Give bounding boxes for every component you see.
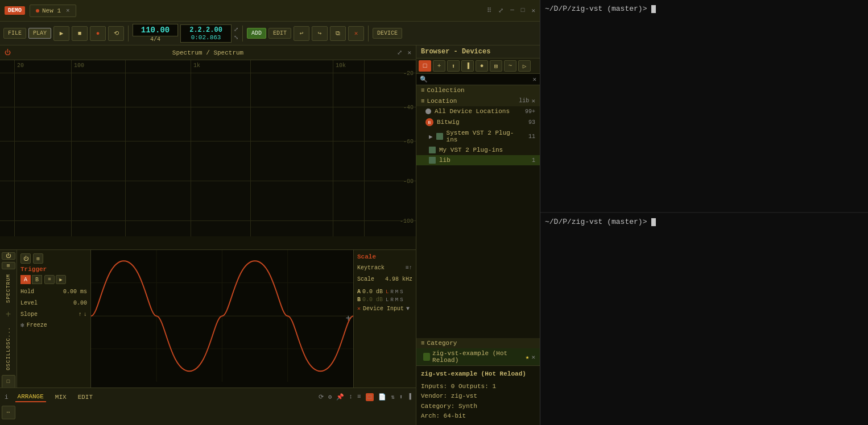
status-icon-1[interactable]: ⟳ bbox=[319, 393, 324, 401]
search-icon: 🔍 bbox=[420, 76, 428, 83]
sync-icon-bottom[interactable]: ⤡ bbox=[234, 34, 238, 41]
window-menu-icon[interactable]: ⠿ bbox=[487, 7, 491, 14]
freeze-label[interactable]: Freeze bbox=[27, 322, 47, 328]
redo-button[interactable]: ↪ bbox=[312, 26, 328, 41]
status-icon-5[interactable]: ≡ bbox=[357, 393, 361, 401]
bitwig-item[interactable]: B Bitwig 93 bbox=[416, 116, 540, 128]
undo-button[interactable]: ↩ bbox=[294, 26, 309, 41]
search-clear-icon[interactable]: ✕ bbox=[532, 76, 536, 83]
db-label-100: -100 bbox=[400, 218, 414, 224]
location-close-icon[interactable]: ✕ bbox=[531, 97, 535, 105]
category-close-icon[interactable]: ✕ bbox=[531, 353, 535, 361]
copy-button[interactable]: ⧉ bbox=[330, 26, 346, 41]
category-star-icon[interactable]: ★ bbox=[526, 353, 530, 361]
level-value[interactable]: 0.00 bbox=[73, 300, 87, 306]
browser-plus-icon[interactable]: + bbox=[433, 60, 445, 72]
play-label-button[interactable]: PLAY bbox=[28, 28, 51, 39]
demo-badge: DEMO bbox=[5, 6, 25, 15]
osc-b-tab[interactable]: B bbox=[32, 275, 42, 284]
status-bars-icon[interactable]: ▐ bbox=[407, 393, 411, 401]
browser-wave-icon[interactable]: ~ bbox=[504, 60, 516, 72]
status-icon-2[interactable]: ⚙ bbox=[328, 393, 332, 401]
device-input-label[interactable]: Device Input bbox=[363, 306, 404, 312]
side-btn-3[interactable]: ↔ bbox=[2, 406, 15, 419]
browser-pin-icon[interactable]: ⬆ bbox=[447, 60, 460, 72]
info-icon[interactable]: i bbox=[5, 394, 9, 401]
browser-grid-icon[interactable]: ⊞ bbox=[490, 60, 502, 72]
edit-button[interactable]: EDIT bbox=[268, 28, 291, 39]
osc-bars-btn[interactable]: ≡ bbox=[44, 275, 55, 284]
category-icon: ≡ bbox=[421, 340, 425, 347]
osc-add-icon[interactable]: + bbox=[345, 314, 351, 324]
osc-grid-btn[interactable]: ⊞ bbox=[33, 253, 43, 264]
delete-button[interactable]: ✕ bbox=[348, 26, 364, 41]
play-button[interactable]: ▶ bbox=[53, 26, 69, 41]
window-close-icon[interactable]: ✕ bbox=[531, 7, 535, 14]
osc-play-btn[interactable]: ▶ bbox=[56, 275, 66, 284]
browser-orange-icon[interactable]: □ bbox=[419, 60, 431, 72]
loop-button[interactable]: ⟲ bbox=[108, 26, 124, 41]
my-vst2-item[interactable]: My VST 2 Plug-ins bbox=[416, 145, 540, 155]
browser-right-icon[interactable]: ▷ bbox=[518, 60, 531, 72]
ch-b-m: M bbox=[395, 297, 398, 303]
status-push-icon[interactable]: ⬆ bbox=[399, 393, 403, 401]
collection-header[interactable]: ≡ Collection bbox=[416, 85, 540, 95]
terminal-top[interactable]: ~/D/P/zig-vst (master)> bbox=[540, 0, 868, 213]
bpm-display[interactable]: 110.00 bbox=[133, 24, 178, 36]
mix-tab[interactable]: MIX bbox=[53, 393, 69, 402]
status-sync-icon[interactable]: ⇅ bbox=[391, 393, 395, 401]
vgrid-4 bbox=[191, 60, 191, 236]
spectrum-expand-icon[interactable]: ⤢ bbox=[397, 49, 402, 56]
divider-2 bbox=[242, 26, 243, 41]
lib-item[interactable]: lib 1 bbox=[416, 155, 540, 165]
scale-title: Scale bbox=[357, 253, 412, 260]
osc-power-btn[interactable]: ⏻ bbox=[20, 253, 31, 264]
slope-down[interactable]: ↓ bbox=[84, 311, 87, 318]
file-button[interactable]: FILE bbox=[3, 28, 26, 39]
device-button[interactable]: DEVICE bbox=[373, 28, 402, 39]
terminal-bottom[interactable]: ~/D/P/zig-vst (master)> bbox=[540, 213, 868, 425]
keytrack-icon[interactable]: ≡↑ bbox=[406, 265, 412, 271]
category-header[interactable]: ≡ Category bbox=[416, 338, 540, 348]
scale-kHz-label: Scale bbox=[357, 276, 374, 282]
main-tab[interactable]: New 1 × bbox=[30, 5, 76, 17]
status-icon-4[interactable]: ↕ bbox=[349, 393, 353, 401]
scale-hz-value[interactable]: 4.98 kHz bbox=[385, 276, 412, 282]
spectrum-close-icon[interactable]: ✕ bbox=[407, 49, 411, 56]
hold-value[interactable]: 0.00 ms bbox=[63, 289, 87, 295]
side-btn-1[interactable]: □ bbox=[2, 375, 15, 389]
stop-button[interactable]: ■ bbox=[72, 26, 88, 41]
browser-circle-icon[interactable]: ● bbox=[476, 60, 488, 72]
status-bottom-icon[interactable]: □ bbox=[366, 393, 374, 401]
osc-a-tab[interactable]: A bbox=[20, 275, 31, 284]
oscillosc-tab-label[interactable]: OSCILLOSC... bbox=[5, 324, 13, 373]
edit-tab[interactable]: EDIT bbox=[76, 393, 95, 402]
status-file-icon[interactable]: 📄 bbox=[378, 393, 386, 401]
sync-icon-top[interactable]: ⤢ bbox=[234, 26, 238, 33]
browser-empty-space bbox=[416, 165, 540, 338]
search-input[interactable] bbox=[430, 76, 530, 83]
tab-close-icon[interactable]: × bbox=[66, 7, 70, 14]
category-device-item[interactable]: zig-vst-example (Hot Reload) ★ ✕ bbox=[416, 348, 540, 365]
location-header[interactable]: ≡ Location lib ✕ bbox=[416, 95, 540, 106]
lib-icon bbox=[429, 157, 436, 164]
spectrum-tab-label[interactable]: SPECTRUM bbox=[5, 272, 13, 305]
side-tabs: ⏻ ⊞ SPECTRUM + OSCILLOSC... □ ⊟ ↔ bbox=[0, 250, 17, 388]
spectrum-power-icon[interactable]: ⏻ bbox=[5, 49, 11, 56]
window-float-icon[interactable]: ⤢ bbox=[498, 7, 503, 14]
power-tab-btn[interactable]: ⏻ bbox=[2, 252, 15, 260]
system-vst2-item[interactable]: ▶ System VST 2 Plug-ins 11 bbox=[416, 128, 540, 145]
browser-bars-icon[interactable]: ▐ bbox=[461, 60, 474, 72]
window-maximize-icon[interactable]: □ bbox=[521, 7, 525, 14]
status-icon-3[interactable]: 📌 bbox=[336, 393, 344, 401]
grid-tab-btn[interactable]: ⊞ bbox=[2, 262, 15, 269]
device-input-arrow[interactable]: ▼ bbox=[406, 306, 410, 312]
record-button[interactable]: ● bbox=[90, 26, 106, 41]
all-device-locations-item[interactable]: All Device Locations 99+ bbox=[416, 106, 540, 116]
arrange-tab[interactable]: ARRANGE bbox=[15, 392, 46, 402]
window-minimize-icon[interactable]: ─ bbox=[510, 7, 514, 14]
slope-up[interactable]: ↑ bbox=[78, 311, 82, 318]
position-display[interactable]: 2.2.2.00 0:02.863 bbox=[180, 24, 232, 43]
terminal-bottom-cursor bbox=[651, 218, 656, 226]
add-button[interactable]: ADD bbox=[247, 28, 266, 39]
